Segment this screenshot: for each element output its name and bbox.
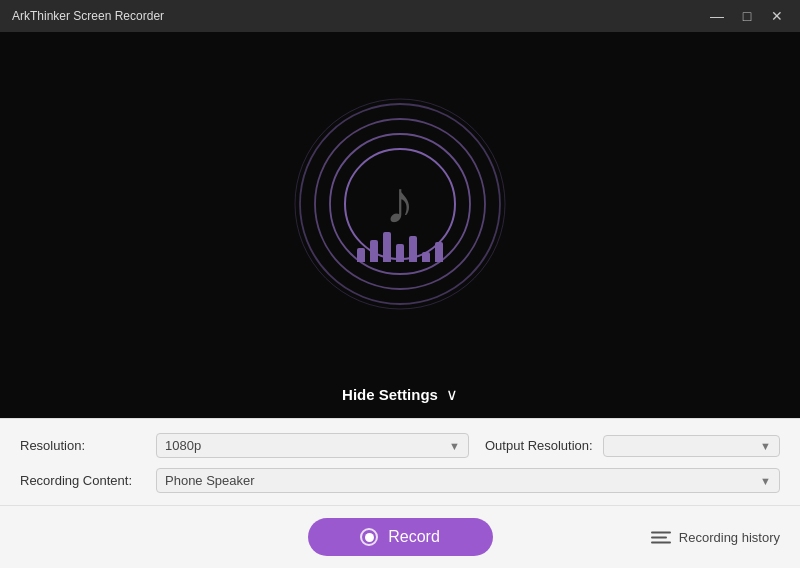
eq-bar-2 bbox=[370, 240, 378, 262]
recording-content-select[interactable]: Phone Speaker ▼ bbox=[156, 468, 780, 493]
history-line-2 bbox=[651, 536, 667, 538]
main-content: ♪ Hide Settings ∨ Resolution: 1080p ▼ bbox=[0, 32, 800, 568]
music-note-icon: ♪ bbox=[385, 172, 415, 232]
minimize-button[interactable]: — bbox=[706, 5, 728, 27]
history-lines-icon bbox=[651, 531, 671, 543]
recording-history-label: Recording history bbox=[679, 530, 780, 545]
recording-content-arrow: ▼ bbox=[760, 475, 771, 487]
output-res-row: Output Resolution: ▼ bbox=[485, 435, 780, 457]
hide-settings-bar[interactable]: Hide Settings ∨ bbox=[0, 375, 800, 418]
eq-bar-1 bbox=[357, 248, 365, 262]
settings-row-1: Resolution: 1080p ▼ Output Resolution: ▼ bbox=[20, 433, 780, 458]
action-bar: Record Recording history bbox=[0, 505, 800, 568]
eq-bar-4 bbox=[396, 244, 404, 262]
visualizer-container: ♪ bbox=[290, 94, 510, 314]
eq-bar-3 bbox=[383, 232, 391, 262]
eq-bars bbox=[357, 232, 443, 262]
maximize-button[interactable]: □ bbox=[736, 5, 758, 27]
close-button[interactable]: ✕ bbox=[766, 5, 788, 27]
record-button[interactable]: Record bbox=[308, 518, 493, 556]
record-dot-icon bbox=[360, 528, 378, 546]
resolution-value: 1080p bbox=[165, 438, 201, 453]
recording-content-label: Recording Content: bbox=[20, 473, 140, 488]
history-line-3 bbox=[651, 541, 671, 543]
record-dot-inner bbox=[365, 533, 374, 542]
output-resolution-label: Output Resolution: bbox=[485, 438, 593, 453]
hide-settings-label: Hide Settings bbox=[342, 386, 438, 403]
recording-content-value: Phone Speaker bbox=[165, 473, 255, 488]
eq-bar-6 bbox=[422, 252, 430, 262]
app-title: ArkThinker Screen Recorder bbox=[12, 9, 164, 23]
recording-history-button[interactable]: Recording history bbox=[651, 530, 780, 545]
preview-area: ♪ bbox=[0, 32, 800, 375]
title-bar: ArkThinker Screen Recorder — □ ✕ bbox=[0, 0, 800, 32]
title-bar-left: ArkThinker Screen Recorder bbox=[12, 9, 164, 23]
output-resolution-arrow: ▼ bbox=[760, 440, 771, 452]
chevron-down-icon: ∨ bbox=[446, 385, 458, 404]
resolution-label: Resolution: bbox=[20, 438, 140, 453]
history-line-1 bbox=[651, 531, 671, 533]
eq-bar-7 bbox=[435, 242, 443, 262]
eq-bar-5 bbox=[409, 236, 417, 262]
window-controls: — □ ✕ bbox=[706, 5, 788, 27]
settings-panel: Resolution: 1080p ▼ Output Resolution: ▼… bbox=[0, 418, 800, 505]
resolution-arrow: ▼ bbox=[449, 440, 460, 452]
record-label: Record bbox=[388, 528, 440, 546]
resolution-select[interactable]: 1080p ▼ bbox=[156, 433, 469, 458]
output-resolution-select[interactable]: ▼ bbox=[603, 435, 780, 457]
settings-row-2: Recording Content: Phone Speaker ▼ bbox=[20, 468, 780, 493]
